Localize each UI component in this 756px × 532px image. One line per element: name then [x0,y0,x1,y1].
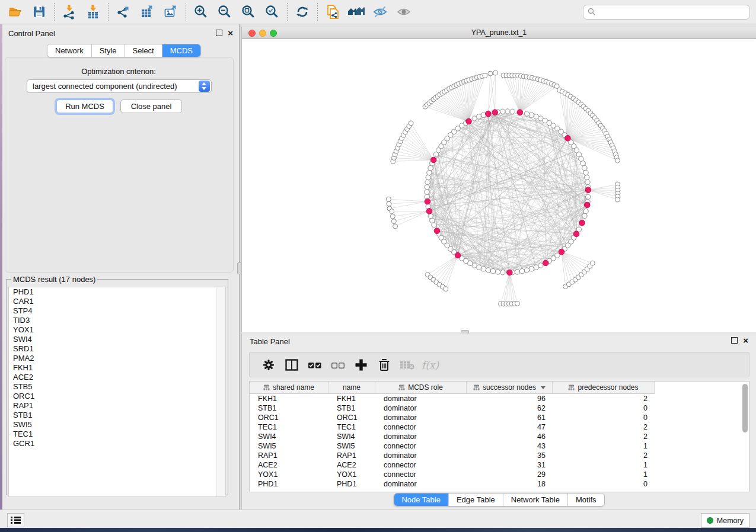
first-neighbors-icon[interactable] [344,2,368,22]
table-tab-edge-table[interactable]: Edge Table [448,493,503,506]
table-row-ORC1[interactable]: ORC1ORC1dominator610 [250,413,749,422]
mcds-result-item[interactable]: YOX1 [9,325,225,335]
tab-network[interactable]: Network [47,44,91,57]
cell-shared-name[interactable]: ORC1 [250,414,328,422]
table-row-STB1[interactable]: STB1STB1dominator620 [250,403,749,413]
mcds-result-item[interactable]: GCR1 [9,439,225,448]
import-network-icon[interactable] [58,2,81,22]
cell-successor-nodes[interactable]: 96 [467,395,553,403]
search-input[interactable] [583,5,750,20]
cell-shared-name[interactable]: STB1 [250,404,328,412]
cell-MCDS-role[interactable]: connector [375,470,467,479]
table-row-ACE2[interactable]: ACE2ACE2connector311 [250,460,749,470]
mcds-result-item[interactable]: PMA2 [9,354,225,363]
table-tab-node-table[interactable]: Node Table [394,493,448,506]
table-tab-network-table[interactable]: Network Table [503,493,567,506]
window-close-traffic-light[interactable] [248,30,256,37]
show-column-panel-icon[interactable] [280,354,303,376]
mcds-result-item[interactable]: CAR1 [9,297,225,306]
cell-shared-name[interactable]: SWI4 [250,432,328,441]
show-all-icon[interactable] [392,2,416,22]
column-header-name[interactable]: name [328,382,375,393]
table-row-RAP1[interactable]: RAP1RAP1dominator352 [250,451,749,460]
cell-name[interactable]: PHD1 [328,480,375,488]
cell-MCDS-role[interactable]: connector [375,423,467,431]
cell-MCDS-role[interactable]: dominator [375,395,467,403]
export-image-icon[interactable] [159,2,183,22]
cell-shared-name[interactable]: TEC1 [250,423,328,431]
window-minimize-traffic-light[interactable] [259,30,266,37]
tab-mcds[interactable]: MCDS [162,44,200,57]
cell-successor-nodes[interactable]: 61 [467,414,553,422]
close-panel-icon[interactable]: × [743,337,748,344]
cell-shared-name[interactable]: PHD1 [250,480,328,488]
cell-MCDS-role[interactable]: connector [375,442,467,450]
cell-shared-name[interactable]: RAP1 [250,451,328,460]
mcds-result-item[interactable]: FKH1 [9,363,225,373]
tab-select[interactable]: Select [125,44,162,57]
refresh-layout-icon[interactable] [291,2,314,22]
cell-successor-nodes[interactable]: 43 [467,442,553,450]
zoom-fit-icon[interactable] [237,2,260,22]
cell-predecessor-nodes[interactable]: 1 [553,470,655,479]
table-tab-motifs[interactable]: Motifs [567,493,604,506]
mcds-result-item[interactable]: TEC1 [9,430,225,439]
cell-MCDS-role[interactable]: dominator [375,480,467,488]
deselect-all-icon[interactable] [326,354,349,376]
network-window-titlebar[interactable]: YPA_prune.txt_1 [242,27,756,39]
save-session-icon[interactable] [27,2,51,22]
cell-predecessor-nodes[interactable]: 2 [553,395,655,403]
memory-button[interactable]: Memory [701,513,749,528]
mcds-result-item[interactable]: ACE2 [9,373,225,382]
hide-selected-icon[interactable] [368,2,392,22]
cell-MCDS-role[interactable]: dominator [375,404,467,412]
mcds-result-list[interactable]: PHD1CAR1STP4TID3YOX1SWI4SRD1PMA2FKH1ACE2… [8,287,226,497]
table-row-SWI5[interactable]: SWI5SWI5connector431 [250,441,749,451]
cell-successor-nodes[interactable]: 31 [467,461,553,469]
table-row-FKH1[interactable]: FKH1FKH1dominator962 [250,394,749,403]
cell-predecessor-nodes[interactable]: 2 [553,423,655,431]
cell-successor-nodes[interactable]: 29 [467,470,553,479]
mcds-result-item[interactable]: PHD1 [9,287,225,297]
zoom-out-icon[interactable] [213,2,237,22]
window-zoom-traffic-light[interactable] [270,30,277,37]
cell-successor-nodes[interactable]: 62 [467,404,553,412]
cell-shared-name[interactable]: SWI5 [250,442,328,450]
cell-successor-nodes[interactable]: 46 [467,432,553,441]
column-header-successor-nodes[interactable]: successor nodes [467,382,553,393]
cell-name[interactable]: SWI5 [328,442,375,450]
mcds-result-item[interactable]: RAP1 [9,401,225,411]
float-panel-icon[interactable] [731,337,738,344]
cell-name[interactable]: ORC1 [328,414,375,422]
cell-predecessor-nodes[interactable]: 2 [553,432,655,441]
float-panel-icon[interactable] [216,30,222,36]
optimization-criterion-dropdown[interactable]: largest connected component (undirected) [27,79,212,93]
cell-predecessor-nodes[interactable]: 1 [553,442,655,450]
mcds-list-scrollbar[interactable] [216,288,225,497]
cell-name[interactable]: YOX1 [328,470,375,479]
cell-predecessor-nodes[interactable]: 2 [553,451,655,460]
create-column-plus-icon[interactable] [349,354,372,376]
export-table-icon[interactable] [135,2,159,22]
mcds-result-item[interactable]: STB5 [9,382,225,392]
mcds-result-item[interactable]: STB1 [9,411,225,420]
cell-shared-name[interactable]: FKH1 [250,395,328,403]
tab-style[interactable]: Style [91,44,125,57]
mcds-result-item[interactable]: SRD1 [9,344,225,354]
cell-predecessor-nodes[interactable]: 0 [553,404,655,412]
table-scrollbar[interactable] [742,384,748,488]
task-history-button[interactable] [7,513,24,527]
select-all-icon[interactable] [303,354,326,376]
open-file-icon[interactable] [4,2,27,22]
cell-name[interactable]: FKH1 [328,395,375,403]
zoom-selected-icon[interactable] [260,2,284,22]
close-panel-button[interactable]: Close panel [120,100,182,113]
network-graph[interactable] [242,39,756,332]
table-settings-gear-icon[interactable] [257,354,280,376]
cell-shared-name[interactable]: ACE2 [250,461,328,469]
cell-predecessor-nodes[interactable]: 0 [553,414,655,422]
run-mcds-button[interactable]: Run MCDS [56,100,113,113]
cell-predecessor-nodes[interactable]: 0 [553,480,655,488]
export-network-icon[interactable] [111,2,135,22]
table-row-YOX1[interactable]: YOX1YOX1connector291 [250,470,749,479]
